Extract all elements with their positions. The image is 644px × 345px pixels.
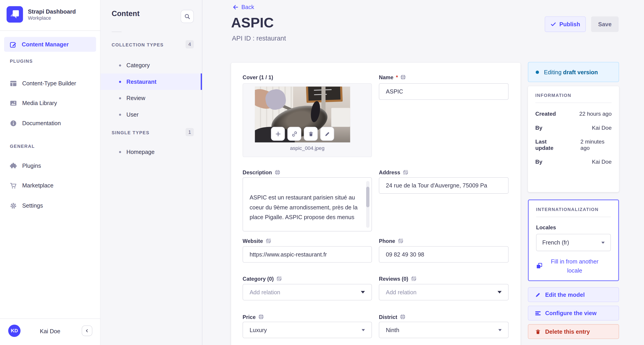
- edit-media-button[interactable]: [320, 127, 334, 141]
- caret-down-icon: [361, 291, 365, 294]
- locale-select[interactable]: French (fr): [536, 234, 611, 251]
- globe-striked-icon: [402, 170, 408, 175]
- publish-button[interactable]: Publish: [545, 16, 586, 32]
- status-dot-icon: [536, 70, 539, 74]
- cover-photo: [255, 87, 350, 142]
- entry-form-card: Cover (1 / 1): [231, 63, 520, 345]
- chevron-left-icon: [84, 328, 90, 333]
- subnav-item-category[interactable]: Category: [100, 57, 202, 74]
- cart-icon: [10, 182, 17, 189]
- subnav-item-label: Restaurant: [126, 78, 156, 85]
- publish-label: Publish: [559, 21, 580, 28]
- user-avatar[interactable]: KD: [8, 325, 20, 337]
- category-field-label: Category (0): [242, 275, 282, 282]
- name-field-label: Name*: [379, 74, 406, 80]
- sidebar-item-marketplace[interactable]: Marketplace: [10, 179, 97, 192]
- plugins-section-header: PLUGINS: [10, 59, 33, 64]
- bullet-icon: [119, 151, 121, 153]
- category-relation-select[interactable]: Add relation: [242, 284, 372, 300]
- back-label: Back: [242, 4, 254, 10]
- single-types-count-badge: 1: [186, 128, 194, 136]
- divider: [112, 32, 122, 32]
- phone-field-label: Phone: [379, 238, 403, 244]
- sidebar-item-plugins[interactable]: Plugins: [10, 160, 97, 172]
- workspace-brand[interactable]: Strapi Dashboard Workplace: [6, 6, 76, 23]
- content-subnav: Content COLLECTION TYPES 4 Category Rest…: [100, 0, 202, 345]
- single-types-header: SINGLE TYPES: [112, 130, 150, 135]
- bullet-icon: [119, 80, 121, 83]
- copy-link-button[interactable]: [287, 127, 302, 141]
- description-textarea[interactable]: ASPIC est un restaurant parisien situé a…: [242, 177, 372, 231]
- sidebar-item-settings[interactable]: Settings: [10, 200, 97, 212]
- sidebar-item-label: Content-Type Builder: [22, 80, 76, 86]
- price-field-label: Price: [242, 314, 264, 320]
- district-select[interactable]: Ninth: [379, 322, 508, 338]
- globe-icon: [400, 314, 405, 320]
- globe-striked-icon: [398, 238, 403, 244]
- add-media-button[interactable]: [271, 127, 285, 141]
- sidebar-item-content-type-builder[interactable]: Content-Type Builder: [10, 77, 97, 90]
- globe-icon: [258, 314, 264, 320]
- subnav-item-label: Review: [126, 95, 145, 102]
- media-actions: [255, 127, 350, 141]
- info-row-created: Created 22 hours ago: [535, 111, 612, 117]
- page-title: ASPIC: [231, 15, 274, 31]
- subnav-item-review[interactable]: Review: [100, 90, 202, 106]
- bullet-icon: [119, 114, 121, 116]
- phone-input[interactable]: 09 82 49 30 98: [379, 246, 508, 263]
- sidebar-item-label: Settings: [22, 202, 43, 209]
- globe-icon: [274, 170, 280, 175]
- draft-status-text: Editing draft version: [544, 69, 598, 76]
- internationalization-panel: INTERNATIONALIZATION Locales French (fr)…: [528, 200, 619, 281]
- edit-model-button[interactable]: Edit the model: [528, 287, 619, 302]
- address-field-label: Address: [379, 169, 408, 176]
- draft-status-banner: Editing draft version: [528, 62, 619, 82]
- price-select[interactable]: Luxury: [242, 322, 372, 338]
- cover-media-field[interactable]: aspic_004.jpeg: [242, 83, 372, 157]
- plus-icon: [275, 130, 281, 137]
- globe-striked-icon: [266, 238, 271, 244]
- cover-filename: aspic_004.jpeg: [243, 145, 371, 151]
- delete-entry-button[interactable]: Delete this entry: [528, 324, 619, 339]
- divider: [536, 217, 611, 217]
- address-input[interactable]: 24 rue de la Tour d'Auvergne, 75009 Pa: [379, 177, 508, 194]
- textarea-scrollbar[interactable]: [366, 181, 370, 228]
- divider: [0, 318, 100, 319]
- scrollbar-thumb[interactable]: [366, 186, 370, 207]
- search-button[interactable]: [181, 10, 194, 23]
- caret-down-icon: [498, 329, 502, 331]
- website-input[interactable]: https://www.aspic-restaurant.fr: [242, 246, 372, 263]
- sidebar-item-documentation[interactable]: Documentation: [10, 117, 97, 129]
- globe-striked-icon: [276, 276, 282, 282]
- check-icon: [550, 21, 556, 27]
- subnav-item-user[interactable]: User: [100, 106, 202, 123]
- subnav-item-restaurant[interactable]: Restaurant: [100, 73, 202, 90]
- info-row-created-by: By Kai Doe: [535, 125, 612, 131]
- save-button[interactable]: Save: [591, 16, 618, 32]
- divider: [535, 102, 612, 103]
- list-lines-icon: [535, 310, 541, 316]
- media-library-icon: [10, 100, 17, 106]
- cover-field-label: Cover (1 / 1): [242, 74, 273, 80]
- api-id-subtitle: API ID : restaurant: [232, 35, 286, 42]
- subnav-title: Content: [112, 10, 140, 18]
- subnav-item-homepage[interactable]: Homepage: [100, 144, 202, 160]
- sidebar-item-content-manager[interactable]: Content Manager: [4, 37, 96, 52]
- delete-media-button[interactable]: [304, 127, 318, 141]
- caret-down-icon: [498, 291, 502, 294]
- information-panel: INFORMATION Created 22 hours ago By Kai …: [528, 86, 619, 192]
- reviews-relation-select[interactable]: Add relation: [379, 284, 508, 300]
- fill-from-locale-link[interactable]: Fill in from another locale: [536, 257, 611, 275]
- configure-view-button[interactable]: Configure the view: [528, 306, 619, 320]
- name-input[interactable]: ASPIC: [379, 83, 508, 100]
- user-name: Kai Doe: [25, 328, 76, 334]
- collection-types-header: COLLECTION TYPES: [112, 42, 164, 47]
- main-sidebar: Strapi Dashboard Workplace Content Manag…: [0, 0, 100, 345]
- back-link[interactable]: Back: [232, 4, 254, 10]
- sidebar-item-media-library[interactable]: Media Library: [10, 97, 97, 109]
- collapse-sidebar-button[interactable]: [82, 326, 92, 336]
- sidebar-item-label: Media Library: [22, 100, 57, 106]
- required-asterisk: *: [396, 74, 398, 80]
- strapi-logo-icon: [6, 6, 23, 23]
- pencil-icon: [535, 292, 541, 298]
